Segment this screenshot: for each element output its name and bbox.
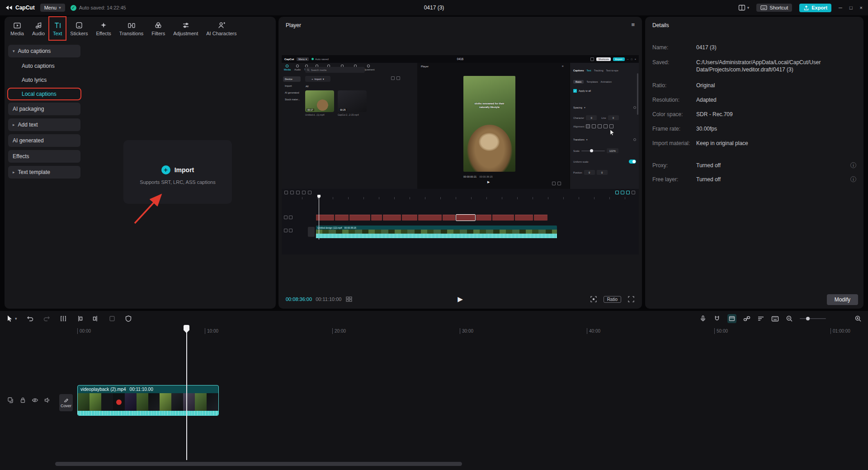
timeline-zoom-slider[interactable] [800,318,826,319]
shortcut-label: Shortcut [769,5,788,10]
sidebar-item-add-text[interactable]: ▸ Add text [8,118,80,131]
clip-thumbnail [90,393,101,411]
nested-caption-tabs: Captions Text Tracking Text-to-spe [573,69,636,72]
clip-thumbnail [183,393,195,411]
ratio-button[interactable]: Ratio [604,296,621,303]
track-options-icon[interactable] [757,315,764,322]
undo-icon[interactable] [26,315,34,322]
chevron-right-icon: ▸ [13,122,15,127]
zoom-out-icon[interactable] [786,315,793,322]
player-panel: Player ≡ CapCut Menu ▾ Auto saved 0416 [278,17,642,309]
tab-filters[interactable]: Filters [147,17,169,40]
delete-left-icon[interactable] [76,315,83,322]
maximize-button[interactable]: □ [849,5,853,10]
sidebar-item-local-captions[interactable]: Local captions [8,89,80,99]
nested-clip-waveform [316,234,557,238]
tab-stickers[interactable]: Stickers [66,17,92,40]
nested-close-icon: × [635,58,636,61]
nested-scale-row: Scale 122% [573,148,636,153]
player-preview[interactable]: CapCut Menu ▾ Auto saved 0416 Shortcuts … [282,55,639,254]
menu-label: Menu [44,5,57,10]
capcut-logo: CapCut [5,5,35,11]
export-label: Export [811,5,827,10]
player-menu-icon[interactable]: ≡ [631,21,635,28]
mute-icon[interactable] [44,397,51,404]
nested-menu-button: Menu ▾ [297,57,309,61]
asset-panel: Media Audio Text Stickers Effects Transi… [5,17,276,309]
tab-ai-characters[interactable]: AI Characters [202,17,241,40]
import-dropzone[interactable]: + Import Supports SRT, LRC, ASS captions [123,140,232,204]
ruler-mark: 40:00 [587,328,600,334]
clip-thumbnail [137,393,148,411]
close-button[interactable]: × [860,5,863,10]
delete-right-icon[interactable] [92,315,99,322]
video-clip[interactable]: videoplayback (2).mp4 00:11:10.00 [77,385,219,416]
lock-icon[interactable] [19,397,26,404]
snap-icon[interactable] [713,315,721,322]
tab-effects[interactable]: Effects [92,17,115,40]
eye-icon[interactable] [32,397,38,404]
sidebar-item-ai-packaging[interactable]: AI packaging [8,103,80,115]
select-tool[interactable]: ▾ [6,315,17,322]
sloth-face [479,133,500,151]
play-logo-thumbnail [116,400,122,405]
frame-grid-icon[interactable] [346,296,352,302]
cover-button[interactable]: Cover [59,394,73,411]
clip-thumbnail [160,393,171,411]
tab-transitions[interactable]: Transitions [115,17,147,40]
track-order-icon[interactable] [7,397,14,404]
clip-header: videoplayback (2).mp4 00:11:10.00 [78,385,218,393]
clip-thumbnails [78,393,218,411]
playhead[interactable] [186,326,187,460]
sidebar-item-ai-generated[interactable]: AI generated [8,134,80,147]
sidebar-item-effects[interactable]: Effects [8,150,80,163]
ai-characters-icon [217,21,226,29]
sidebar-item-auto-captions[interactable]: Auto captions [8,61,80,71]
tab-adjustment[interactable]: Adjustment [169,17,202,40]
split-icon[interactable] [60,315,67,322]
tab-text[interactable]: Text [49,17,66,40]
tab-audio[interactable]: Audio [28,17,49,40]
menu-button[interactable]: Menu ▾ [40,4,65,12]
delete-icon[interactable] [108,315,116,322]
nested-app-name: CapCut [284,58,294,61]
autosave-status: ✓ Auto saved: 14:22:45 [71,5,126,11]
timeline-scrollbar[interactable] [55,462,462,466]
export-button[interactable]: Export [799,4,831,12]
playhead-handle[interactable] [184,325,189,333]
record-voiceover-icon[interactable] [699,315,707,322]
fullscreen-icon[interactable] [627,296,635,303]
nested-transform-header: Transform ▾ [573,138,636,141]
modify-button[interactable]: Modify [827,294,858,305]
focus-frame-icon[interactable] [590,296,597,303]
shortcut-button[interactable]: Shortcut [756,4,792,12]
sidebar-item-text-template[interactable]: ▸ Text template [8,166,80,179]
timeline-toolbar: ▾ [0,311,868,326]
nested-timeline: Untitled design (12).mp4 00:00:35:15 [282,189,639,254]
nested-subtabs: Basic Templates Animation [573,80,636,84]
info-icon[interactable]: i [850,162,856,168]
auto-preview-icon[interactable] [727,314,736,323]
nested-maximize-icon: □ [631,58,632,61]
minimize-button[interactable]: ─ [839,5,842,10]
current-time: 00:08:36:00 [286,296,312,302]
sidebar-item-auto-captions-group[interactable]: ▾ Auto captions [8,45,80,57]
tab-media[interactable]: Media [6,17,28,40]
zoom-in-button[interactable] [854,315,862,322]
search-icon [307,69,310,71]
mask-icon[interactable] [125,315,132,322]
chevron-down-icon: ▾ [59,5,61,10]
shortcut-keyboard-icon[interactable] [771,315,779,322]
scale-slider [581,150,605,151]
adjustment-icon [182,21,190,29]
redo-icon[interactable] [43,315,51,322]
layout-icon[interactable]: ▾ [738,5,750,11]
play-button[interactable]: ▶ [458,295,463,303]
plus-icon: + [161,165,170,174]
nested-project-title: 0416 [457,57,463,61]
link-clips-icon[interactable] [743,315,750,322]
import-action[interactable]: + Import [161,165,194,174]
clip-thumbnail [207,393,218,411]
sidebar-item-auto-lyrics[interactable]: Auto lyrics [8,75,80,85]
info-icon[interactable]: i [850,176,856,182]
